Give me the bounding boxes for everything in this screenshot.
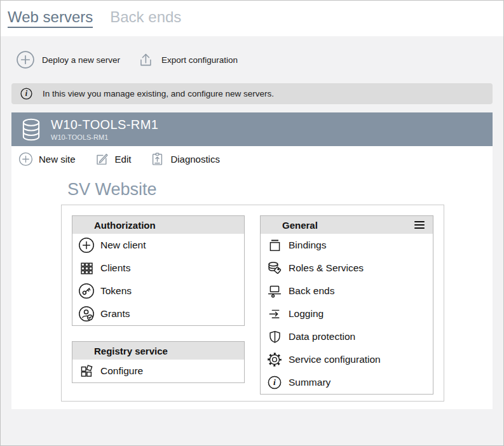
menu-item-bindings[interactable]: Bindings [261, 234, 433, 257]
new-site-button[interactable]: New site [18, 152, 76, 166]
menu-item-label: Logging [289, 308, 324, 320]
left-column: Authorization New client [72, 215, 245, 395]
diagnostics-label: Diagnostics [170, 154, 220, 165]
menu-item-tokens[interactable]: Tokens [72, 280, 244, 302]
grid-icon [78, 261, 95, 276]
registry-service-group-title: Registry service [94, 346, 168, 356]
database-tag-icon [266, 260, 283, 276]
database-icon [20, 118, 43, 142]
server-detail-panel: New site Edit [11, 146, 493, 409]
edit-button[interactable]: Edit [95, 152, 132, 166]
menu-item-label: Tokens [100, 285, 132, 297]
menu-item-label: Service configuration [289, 354, 381, 365]
diagnostics-icon [150, 152, 165, 166]
registry-service-group: Registry service Configure [72, 341, 245, 383]
blocks-icon [78, 364, 95, 379]
info-bar: i In this view you manage existing, and … [11, 83, 493, 104]
server-header[interactable]: W10-TOOLS-RM1 W10-TOOLS-RM1 [11, 112, 493, 146]
tab-web-servers[interactable]: Web servers [8, 10, 93, 28]
right-column: General [260, 215, 433, 395]
server-name: W10-TOOLS-RM1 [51, 118, 158, 132]
key-icon [78, 283, 95, 299]
arrow-lines-icon [266, 307, 283, 321]
tab-bar: Web servers Back ends [1, 1, 503, 36]
new-site-label: New site [39, 154, 76, 165]
diagnostics-button[interactable]: Diagnostics [150, 152, 220, 166]
edit-label: Edit [115, 154, 132, 165]
menu-item-roles-services[interactable]: Roles & Services [261, 257, 433, 280]
registry-service-group-header: Registry service [72, 342, 244, 360]
general-group-header: General [261, 216, 433, 234]
circle-plus-icon [16, 50, 35, 69]
server-action-row: New site Edit [11, 146, 493, 172]
menu-item-label: Configure [100, 365, 143, 377]
deploy-new-server-button[interactable]: Deploy a new server [16, 50, 120, 69]
deploy-new-server-label: Deploy a new server [42, 55, 120, 65]
shield-icon [266, 330, 283, 344]
server-text: W10-TOOLS-RM1 W10-TOOLS-RM1 [51, 118, 158, 141]
toolbar: Deploy a new server Export configuration [1, 36, 503, 83]
edit-icon [95, 152, 109, 166]
svg-text:i: i [273, 378, 276, 388]
menu-item-label: Clients [100, 262, 130, 274]
general-group-title: General [282, 220, 318, 231]
site-title: SV Website [67, 179, 493, 199]
info-icon: i [20, 87, 33, 100]
menu-item-label: Back ends [289, 285, 334, 297]
svg-text:i: i [25, 89, 28, 98]
menu-item-label: Roles & Services [289, 262, 364, 274]
box-icon [266, 238, 283, 253]
info-bar-message: In this view you manage existing, and co… [43, 89, 274, 98]
menu-item-label: Data protection [289, 331, 355, 342]
export-configuration-button[interactable]: Export configuration [137, 51, 238, 69]
circle-plus-icon [18, 152, 33, 166]
menu-item-service-configuration[interactable]: Service configuration [261, 348, 433, 371]
info-icon: i [266, 375, 283, 390]
menu-item-label: New client [100, 240, 146, 251]
network-node-icon [266, 283, 283, 299]
menu-item-grants[interactable]: Grants [72, 302, 244, 325]
authorization-group: Authorization New client [72, 215, 245, 326]
menu-item-label: Grants [100, 308, 130, 320]
menu-item-data-protection[interactable]: Data protection [261, 325, 433, 348]
menu-item-configure[interactable]: Configure [72, 360, 244, 382]
server-subtitle: W10-TOOLS-RM1 [51, 133, 158, 141]
export-configuration-label: Export configuration [161, 55, 238, 65]
gear-icon [266, 352, 283, 367]
app-window: Web servers Back ends Deploy a new serve… [0, 0, 504, 446]
menu-item-label: Summary [289, 377, 330, 388]
menu-item-summary[interactable]: i Summary [261, 371, 433, 394]
menu-item-back-ends[interactable]: Back ends [261, 280, 433, 302]
menu-item-clients[interactable]: Clients [72, 257, 244, 280]
tab-back-ends[interactable]: Back ends [110, 10, 181, 28]
authorization-group-title: Authorization [94, 220, 156, 231]
hamburger-menu-icon[interactable] [412, 218, 426, 232]
menu-item-logging[interactable]: Logging [261, 302, 433, 325]
menu-item-label: Bindings [289, 240, 326, 251]
site-card: Authorization New client [61, 205, 444, 402]
export-icon [137, 51, 154, 69]
authorization-group-header: Authorization [72, 216, 244, 234]
circle-plus-icon [78, 237, 95, 253]
menu-item-new-client[interactable]: New client [72, 234, 244, 257]
user-check-icon [78, 306, 95, 322]
general-group: General [260, 215, 433, 395]
